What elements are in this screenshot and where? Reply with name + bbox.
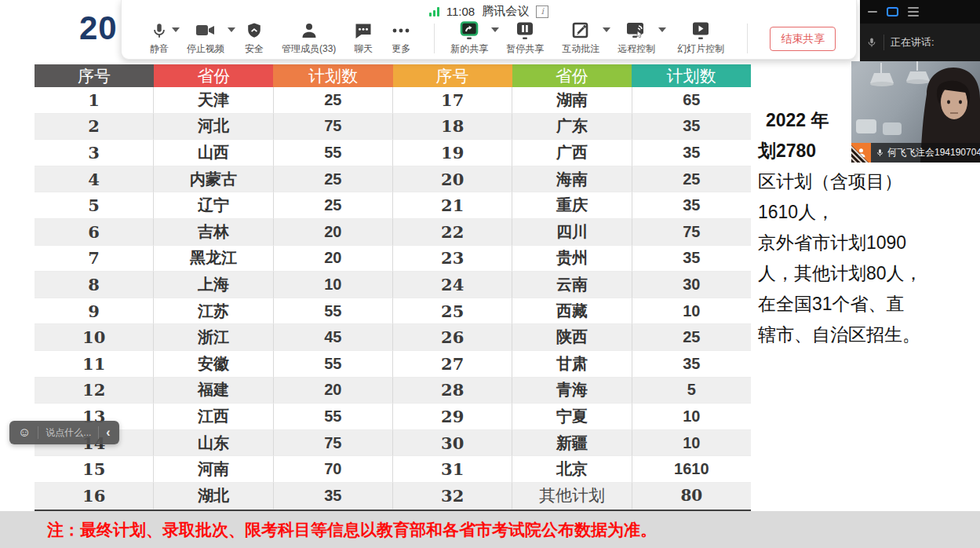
divider	[98, 426, 99, 439]
pause-share-icon	[515, 20, 535, 41]
table-cell: 27	[393, 351, 512, 378]
speaking-bar: 正在讲话:	[860, 24, 980, 61]
mute-button[interactable]: 静音	[150, 20, 169, 56]
members-icon	[300, 20, 319, 41]
column-header: 序号	[393, 64, 512, 87]
table-cell: 贵州	[512, 246, 632, 272]
table-cell: 辽宁	[154, 192, 273, 219]
more-button[interactable]: 更多	[391, 20, 411, 56]
table-cell: 10	[632, 404, 751, 430]
table-cell: 8	[35, 272, 154, 298]
chevron-down-icon[interactable]	[658, 27, 666, 32]
annotate-button[interactable]: 互动批注	[562, 20, 599, 56]
table-cell: 3	[35, 140, 154, 166]
table-cell: 30	[393, 430, 512, 457]
table-cell: 75	[274, 430, 393, 457]
note-strip: 注：最终计划、录取批次、限考科目等信息以教育部和各省市考试院公布数据为准。	[0, 511, 980, 548]
participant-mic-icon	[876, 147, 884, 159]
table-cell: 1	[35, 87, 154, 114]
toolbar-divider	[747, 24, 748, 53]
table-cell: 5	[632, 378, 751, 404]
chat-icon	[354, 20, 373, 41]
table-cell: 65	[632, 87, 751, 114]
table-cell: 80	[632, 483, 751, 510]
table-cell: 35	[274, 483, 393, 510]
table-cell: 18	[393, 114, 512, 141]
chevron-down-icon[interactable]	[172, 27, 180, 32]
table-cell: 35	[632, 140, 751, 166]
table-cell: 26	[393, 324, 512, 351]
table-cell: 10	[632, 430, 751, 457]
table-cell: 2	[35, 114, 154, 141]
chevron-down-icon[interactable]	[491, 27, 499, 32]
table-row: 15河南7031北京1610	[35, 456, 751, 483]
table-cell: 19	[393, 140, 512, 166]
table-cell: 15	[35, 456, 154, 483]
stop-video-button[interactable]: 停止视频	[187, 20, 224, 56]
manage-members-button[interactable]: 管理成员(33)	[282, 20, 336, 56]
window-controls	[860, 0, 980, 24]
meeting-toolbar: 11:08 腾讯会议 i 静音 停止视频	[121, 0, 857, 60]
table-cell: 5	[35, 192, 154, 219]
table-cell: 22	[393, 219, 512, 246]
table-cell: 75	[632, 219, 751, 246]
layout-view-icon[interactable]	[887, 7, 898, 16]
meeting-window-panel: 正在讲话:	[860, 0, 980, 61]
table-cell: 12	[35, 378, 154, 404]
chevron-down-icon[interactable]	[603, 27, 610, 32]
table-cell: 70	[274, 456, 393, 483]
table-row: 2河北7518广东35	[35, 114, 751, 141]
table-cell: 新疆	[512, 430, 632, 457]
table-cell: 陕西	[512, 324, 632, 351]
table-cell: 10	[632, 298, 751, 325]
table-cell: 55	[274, 404, 393, 430]
divider	[38, 426, 38, 439]
chat-input-placeholder[interactable]: 说点什么...	[46, 426, 91, 440]
annotate-icon	[570, 20, 591, 41]
table-cell: 35	[632, 192, 751, 219]
menu-icon[interactable]	[908, 7, 919, 17]
slides-control-button[interactable]: 幻灯片控制	[677, 20, 724, 56]
table-row: 16湖北3532其他计划80	[35, 483, 751, 510]
chat-quick-bubble[interactable]: ☺ 说点什么... ‹	[9, 421, 119, 444]
more-icon	[391, 20, 411, 41]
smiley-icon[interactable]: ☺	[18, 426, 31, 439]
remote-control-button[interactable]: 远程控制	[618, 20, 655, 56]
slide-title-fragment: 20	[79, 9, 118, 47]
new-share-button[interactable]: 新的共享	[450, 20, 488, 56]
table-cell: 32	[393, 483, 512, 510]
shield-icon	[246, 20, 263, 41]
chat-button[interactable]: 聊天	[354, 20, 373, 56]
table-cell: 75	[274, 114, 393, 141]
side-text-line: 在全国31个省、直	[758, 289, 980, 320]
table-cell: 甘肃	[512, 351, 632, 378]
chevron-left-icon[interactable]: ‹	[106, 426, 110, 439]
table-cell: 20	[274, 246, 393, 272]
chevron-down-icon[interactable]	[228, 27, 235, 32]
pause-share-button[interactable]: 暂停共享	[506, 20, 544, 56]
status-row: 11:08 腾讯会议 i	[122, 0, 856, 19]
table-cell: 福建	[154, 378, 273, 404]
table-cell: 20	[393, 166, 512, 193]
table-cell: 10	[35, 324, 154, 351]
table-cell: 25	[274, 166, 393, 193]
table-row: 14山东7530新疆10	[35, 430, 751, 457]
table-row: 13江西5529宁夏10	[35, 404, 751, 430]
table-cell: 55	[274, 351, 393, 378]
footnote: 注：最终计划、录取批次、限考科目等信息以教育部和各省市考试院公布数据为准。	[47, 519, 657, 541]
security-button[interactable]: 安全	[245, 20, 264, 56]
minimize-icon[interactable]	[868, 11, 877, 13]
table-cell: 28	[393, 378, 512, 404]
participant-video[interactable]: 何飞飞注会194190704012	[851, 61, 980, 163]
table-row: 1天津2517湖南65	[35, 87, 751, 114]
info-icon[interactable]: i	[536, 5, 548, 18]
table-cell: 广西	[512, 140, 632, 166]
table-cell: 25	[632, 166, 751, 193]
table-cell: 浙江	[154, 324, 273, 351]
table-cell: 21	[393, 192, 512, 219]
table-cell: 29	[393, 404, 512, 430]
table-row: 6吉林2022四川75	[35, 219, 751, 246]
end-share-button[interactable]: 结束共享	[770, 27, 836, 51]
table-row: 5辽宁2521重庆35	[35, 192, 751, 219]
table-row: 10浙江4526陕西25	[35, 324, 751, 351]
